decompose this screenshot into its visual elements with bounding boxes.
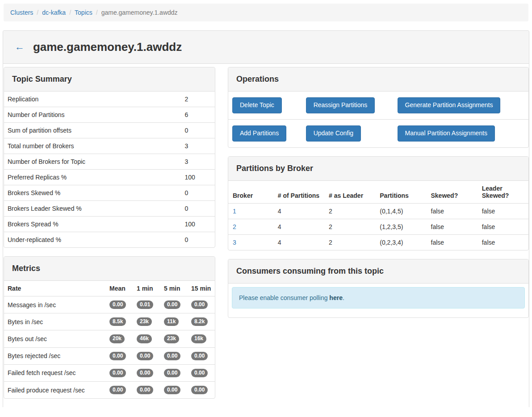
breadcrumb-separator: / [37,9,38,16]
partitions-by-broker-title: Partitions by Broker [236,164,313,173]
operations-panel: Operations Delete Topic Reassign Partiti… [228,67,529,148]
summary-value: 0 [181,185,215,201]
metric-badge: 0.00 [137,369,153,377]
table-row: 1 4 2 (0,1,4,5) false false [228,203,528,219]
summary-label: Number of Brokers for Topic [4,154,181,170]
metric-badge: 23k [137,317,152,326]
broker-link[interactable]: 1 [233,208,236,215]
summary-label: Brokers Skewed % [4,185,181,201]
metrics-panel: Metrics Rate Mean 1 min 5 min 15 min [4,256,215,399]
update-config-button[interactable]: Update Config [306,125,361,142]
enable-consumer-polling-link[interactable]: here [329,294,343,301]
partitions-by-broker-table: Broker # of Partitions # as Leader Parti… [228,181,528,250]
table-row: Brokers Skewed %0 [4,185,215,201]
operations-title: Operations [236,75,279,83]
pbb-leader-skewed: false [478,203,528,219]
metrics-heading: Metrics [4,257,215,281]
table-header-row: Rate Mean 1 min 5 min 15 min [4,281,215,296]
pbb-as-leader: 2 [324,203,375,219]
back-arrow-icon[interactable]: ← [15,41,25,52]
metric-badge: 0.00 [164,369,180,377]
breadcrumb-cluster-dc-kafka[interactable]: dc-kafka [42,9,66,16]
metric-label: Messages in /sec [4,296,106,313]
table-row: Preferred Replicas %100 [4,170,215,185]
alert-text: Please enable consumer polling [239,294,329,301]
add-partitions-button[interactable]: Add Partitions [232,125,286,142]
reassign-partitions-button[interactable]: Reassign Partitions [306,97,375,113]
consumers-panel: Consumers consuming from this topic Plea… [228,259,529,318]
table-row: Delete Topic Reassign Partitions Generat… [228,92,528,119]
metric-badge: 16k [191,334,206,343]
metric-badge: 0.00 [164,300,180,309]
pbb-partitions: (0,2,3,4) [375,234,426,250]
pbb-col-skewed: Skewed? [427,181,478,204]
page-title: game.gamemoney.1.awddz [33,40,182,54]
summary-label: Under-replicated % [4,232,181,248]
topic-summary-panel: Topic Summary Replication2 Number of Par… [4,67,215,248]
metric-badge: 0.00 [109,386,126,394]
pbb-as-leader: 2 [324,219,375,234]
breadcrumb-current-topic: game.gamemoney.1.awddz [101,9,178,16]
operations-heading: Operations [228,67,528,92]
table-row: Bytes in /sec 8.5k 23k 11k 8.2k [4,313,215,330]
metric-badge: 0.00 [109,369,126,377]
metric-badge: 0.00 [191,386,208,394]
topic-summary-table: Replication2 Number of Partitions6 Sum o… [4,92,215,247]
metric-badge: 0.00 [191,369,208,377]
right-column: Operations Delete Topic Reassign Partiti… [228,67,529,407]
consumers-heading: Consumers consuming from this topic [228,259,528,284]
pbb-skewed: false [427,219,478,234]
breadcrumb-clusters[interactable]: Clusters [10,9,33,16]
delete-topic-button[interactable]: Delete Topic [232,97,282,113]
metrics-col-rate: Rate [4,281,106,296]
pbb-skewed: false [427,203,478,219]
metric-badge: 0.01 [137,300,153,309]
breadcrumb-separator: / [69,9,71,16]
pbb-partitions: (1,2,3,5) [375,219,426,234]
summary-value: 3 [181,138,215,154]
consumers-title: Consumers consuming from this topic [236,267,384,275]
table-row: Brokers Spread %100 [4,217,215,232]
metric-badge: 0.00 [137,386,153,394]
metric-badge: 8.2k [191,317,208,326]
partitions-by-broker-heading: Partitions by Broker [228,157,528,181]
summary-value: 100 [181,217,215,232]
table-row: 2 4 2 (1,2,3,5) false false [228,219,528,234]
summary-label: Replication [4,92,181,107]
topic-panel-heading: ← game.gamemoney.1.awddz [3,31,529,64]
metric-label: Failed produce request /sec [4,381,106,398]
broker-link[interactable]: 2 [233,223,236,230]
table-row: Number of Partitions6 [4,107,215,123]
pbb-num-partitions: 4 [273,219,324,234]
table-row: Bytes out /sec 20k 46k 23k 16k [4,330,215,347]
broker-link[interactable]: 3 [233,239,236,246]
metric-badge: 0.00 [191,352,208,360]
metric-badge: 46k [137,334,152,343]
operations-table: Delete Topic Reassign Partitions Generat… [228,92,528,147]
table-row: Add Partitions Update Config Manual Part… [228,119,528,147]
alert-text: . [343,294,344,301]
metric-badge: 0.00 [109,300,126,309]
pbb-leader-skewed: false [478,219,528,234]
metric-badge: 0.00 [137,352,153,360]
summary-value: 2 [181,92,215,107]
pbb-skewed: false [427,234,478,250]
table-row: Total number of Brokers3 [4,138,215,154]
table-row: Messages in /sec 0.00 0.01 0.00 0.00 [4,296,215,313]
metric-label: Bytes rejected /sec [4,347,106,364]
metrics-table: Rate Mean 1 min 5 min 15 min Messages in… [4,281,215,398]
breadcrumb-separator: / [96,9,98,16]
summary-label: Preferred Replicas % [4,170,181,185]
table-row: Replication2 [4,92,215,107]
generate-partition-assignments-button[interactable]: Generate Partition Assignments [398,97,501,113]
pbb-col-broker: Broker [228,181,273,204]
metric-badge: 20k [109,334,125,343]
metric-badge: 23k [164,334,179,343]
consumer-polling-alert: Please enable consumer polling here. [232,287,525,309]
breadcrumb-topics[interactable]: Topics [75,9,92,16]
manual-partition-assignments-button[interactable]: Manual Partition Assignments [398,125,495,142]
table-row: Brokers Leader Skewed %0 [4,201,215,217]
metrics-title: Metrics [12,264,40,273]
table-header-row: Broker # of Partitions # as Leader Parti… [228,181,528,204]
breadcrumb: Clusters/dc-kafka/Topics/game.gamemoney.… [4,4,528,21]
